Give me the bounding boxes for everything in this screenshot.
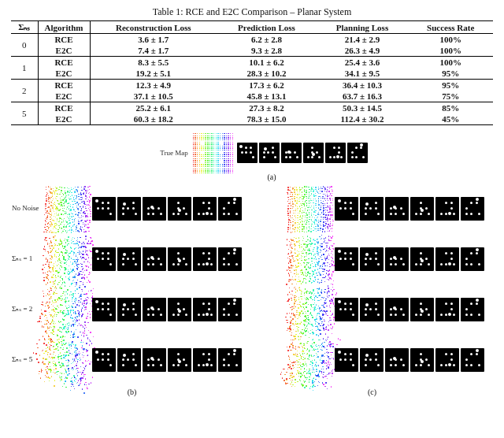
cell-rec: 12.3 ± 4.9 — [90, 80, 217, 91]
figure-row — [254, 186, 492, 232]
obs-tile — [218, 298, 242, 321]
cell-alg: E2C — [38, 91, 90, 102]
latent-map — [45, 338, 89, 382]
obs-tile — [117, 298, 141, 321]
cell-alg: RCE — [38, 34, 90, 46]
cell-rec: 8.3 ± 5.5 — [90, 57, 217, 69]
obs-sequence — [335, 298, 484, 321]
cell-rec: 19.2 ± 5.1 — [90, 68, 217, 80]
obs-tile — [303, 143, 324, 163]
cell-plan: 112.4 ± 30.2 — [317, 113, 409, 125]
obs-tile — [461, 348, 484, 372]
figure-area: True Map (a) No NoiseΣₙₛ = 1Σₙₛ = 2Σₙₛ =… — [12, 133, 492, 396]
obs-tile — [410, 197, 434, 221]
cell-rec: 7.4 ± 1.7 — [90, 45, 217, 57]
cell-plan: 50.3 ± 14.5 — [317, 102, 409, 114]
obs-sequence — [335, 348, 484, 372]
latent-map — [287, 187, 332, 231]
sublabel-b: (b) — [12, 388, 252, 396]
figure-row: Σₙₛ = 5 — [12, 337, 250, 383]
latent-map — [45, 288, 89, 332]
cell-alg: E2C — [38, 45, 90, 57]
obs-tile — [335, 348, 358, 372]
cell-alg: RCE — [38, 80, 90, 91]
obs-tile — [385, 298, 409, 321]
obs-tile — [410, 298, 434, 321]
cell-succ: 95% — [408, 68, 493, 80]
obs-sequence-a — [237, 143, 368, 163]
cell-pred: 17.3 ± 6.2 — [217, 80, 316, 91]
cell-pred: 78.3 ± 15.0 — [217, 113, 316, 125]
cell-succ: 100% — [408, 45, 493, 57]
obs-tile — [347, 143, 368, 163]
cell-pred: 45.8 ± 13.1 — [217, 91, 316, 102]
obs-tile — [92, 298, 116, 321]
obs-tile — [218, 247, 242, 271]
figure-row: Σₙₛ = 1 — [12, 236, 250, 282]
figure-col-b: No NoiseΣₙₛ = 1Σₙₛ = 2Σₙₛ = 5 — [12, 186, 250, 388]
table-row: E2C37.1 ± 10.545.8 ± 13.163.7 ± 16.375% — [11, 91, 493, 102]
cell-rec: 60.3 ± 18.2 — [90, 113, 217, 125]
obs-sequence — [92, 298, 242, 321]
obs-tile — [193, 298, 217, 321]
col-sigma: Σₙₛ — [11, 21, 38, 34]
obs-tile — [117, 197, 141, 221]
obs-tile — [435, 197, 459, 221]
true-map — [193, 133, 232, 173]
cell-alg: RCE — [38, 102, 90, 114]
obs-tile — [435, 298, 459, 321]
obs-tile — [360, 247, 384, 271]
obs-tile — [360, 348, 384, 372]
table-row: E2C19.2 ± 5.128.3 ± 10.234.1 ± 9.595% — [11, 68, 493, 80]
table-row: 5RCE25.2 ± 6.127.3 ± 8.250.3 ± 14.585% — [11, 102, 493, 114]
true-map-label: True Map — [160, 149, 187, 157]
cell-rec: 3.6 ± 1.7 — [90, 34, 217, 46]
latent-map — [287, 237, 332, 281]
latent-map — [45, 237, 89, 281]
col-succ: Success Rate — [408, 21, 493, 34]
figure-row: Σₙₛ = 2 — [12, 287, 250, 332]
table-row: 2RCE12.3 ± 4.917.3 ± 6.236.4 ± 10.395% — [11, 80, 493, 91]
col-recon: Reconstruction Loss — [90, 21, 217, 34]
row-label: Σₙₛ = 2 — [12, 306, 42, 313]
figure-row-a: True Map — [35, 133, 492, 173]
sigma-cell: 0 — [11, 34, 38, 57]
obs-tile — [193, 247, 217, 271]
cell-plan: 34.1 ± 9.5 — [317, 68, 409, 80]
figure-row — [254, 287, 492, 332]
sublabel-c: (c) — [252, 388, 492, 396]
obs-tile — [435, 348, 459, 372]
sigma-cell: 2 — [11, 80, 38, 102]
obs-tile — [335, 197, 358, 221]
results-table: Σₙₛ Algorithm Reconstruction Loss Predic… — [11, 20, 493, 125]
cell-plan: 25.4 ± 3.6 — [317, 57, 409, 69]
figure-col-c — [254, 186, 492, 388]
obs-sequence — [92, 247, 242, 271]
obs-tile — [385, 247, 409, 271]
obs-tile — [92, 197, 116, 221]
obs-sequence — [335, 247, 484, 271]
obs-tile — [143, 247, 166, 271]
sigma-cell: 1 — [11, 57, 38, 80]
obs-tile — [410, 247, 434, 271]
table-row: E2C7.4 ± 1.79.3 ± 2.826.3 ± 4.9100% — [11, 45, 493, 57]
latent-map — [287, 288, 332, 332]
cell-plan: 36.4 ± 10.3 — [317, 80, 409, 91]
obs-tile — [461, 247, 484, 271]
cell-alg: RCE — [38, 57, 90, 69]
obs-tile — [143, 348, 166, 372]
cell-rec: 37.1 ± 10.5 — [90, 91, 217, 102]
obs-tile — [193, 348, 217, 372]
obs-tile — [237, 143, 258, 163]
obs-tile — [335, 247, 358, 271]
obs-tile — [143, 197, 166, 221]
obs-tile — [360, 197, 384, 221]
cell-succ: 100% — [408, 34, 493, 46]
obs-tile — [92, 247, 116, 271]
table-caption: Table 1: RCE and E2C Comparison – Planar… — [11, 6, 493, 18]
cell-pred: 27.3 ± 8.2 — [217, 102, 316, 114]
obs-tile — [325, 143, 346, 163]
cell-pred: 10.1 ± 6.2 — [217, 57, 316, 69]
obs-tile — [435, 247, 459, 271]
cell-succ: 75% — [408, 91, 493, 102]
